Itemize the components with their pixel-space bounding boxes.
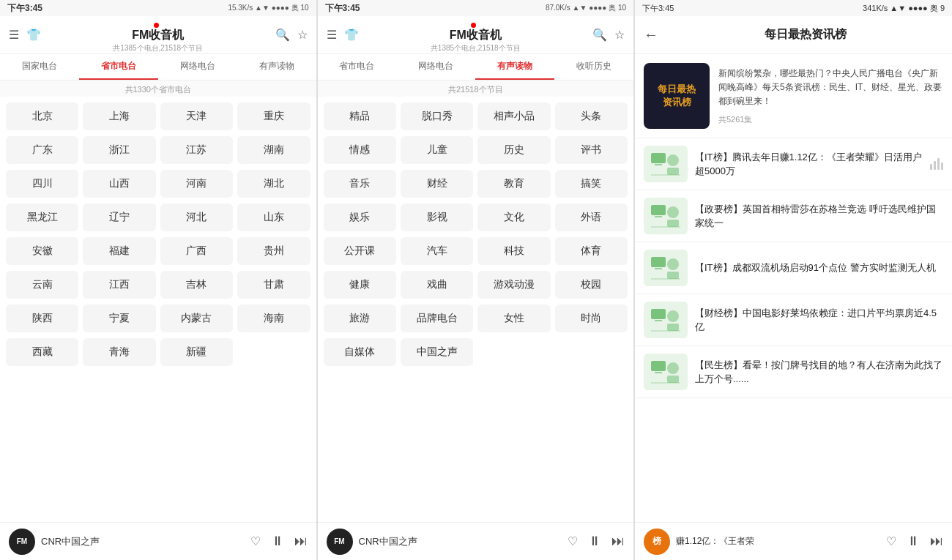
- grid-cell[interactable]: 公开课: [324, 237, 396, 265]
- grid-cell[interactable]: 精品: [324, 102, 396, 130]
- grid-cell[interactable]: 音乐: [324, 170, 396, 198]
- grid-cell[interactable]: 外语: [555, 204, 628, 231]
- grid-cell[interactable]: 中国之声: [401, 338, 473, 366]
- grid-cell[interactable]: 自媒体: [324, 338, 396, 366]
- grid-cell[interactable]: 甘肃: [237, 271, 310, 299]
- grid-cell[interactable]: 戏曲: [401, 271, 473, 299]
- grid-cell[interactable]: 江西: [83, 271, 155, 299]
- news-item[interactable]: 【IT榜】成都双流机场启动91个点位 警方实时监测无人机: [635, 242, 952, 294]
- news-item[interactable]: 【IT榜】腾讯去年日赚1.12亿：《王者荣耀》日活用户超5000万: [635, 138, 952, 190]
- grid-cell[interactable]: 科技: [477, 237, 550, 265]
- pause-icon-2[interactable]: ⏸: [588, 534, 601, 549]
- grid-cell[interactable]: 四川: [6, 170, 78, 198]
- back-button[interactable]: ←: [644, 26, 658, 43]
- grid-cell[interactable]: 江苏: [160, 136, 233, 164]
- grid-cell[interactable]: 贵州: [237, 237, 310, 265]
- grid-cell[interactable]: 辽宁: [83, 204, 155, 231]
- nav-tabs-1: 国家电台 省市电台 网络电台 有声读物: [0, 54, 316, 81]
- star-icon-1[interactable]: ☆: [297, 28, 308, 42]
- grid-cell[interactable]: 黑龙江: [6, 204, 78, 231]
- news-item[interactable]: 【财经榜】中国电影好莱坞依赖症：进口片平均票房近4.5亿: [635, 294, 952, 346]
- tab-shengshi-1[interactable]: 省市电台: [79, 54, 158, 80]
- heart-icon-3[interactable]: ♡: [886, 534, 896, 548]
- grid-cell[interactable]: 头条: [555, 102, 628, 130]
- svg-rect-6: [655, 216, 662, 217]
- grid-cell[interactable]: 健康: [324, 271, 396, 299]
- grid-cell[interactable]: 福建: [83, 237, 155, 265]
- grid-cell[interactable]: 宁夏: [83, 305, 155, 332]
- grid-cell[interactable]: 安徽: [6, 237, 78, 265]
- grid-cell[interactable]: 儿童: [401, 136, 473, 164]
- tab-yousheng-1[interactable]: 有声读物: [237, 54, 316, 80]
- search-icon-1[interactable]: 🔍: [275, 28, 290, 42]
- hero-count: 共5261集: [718, 114, 943, 125]
- grid-cell[interactable]: 品牌电台: [401, 305, 473, 332]
- search-icon-2[interactable]: 🔍: [592, 28, 607, 42]
- pause-icon-3[interactable]: ⏸: [907, 534, 920, 549]
- grid-cell[interactable]: 新疆: [160, 338, 233, 366]
- grid-cell[interactable]: 湖南: [237, 136, 310, 164]
- grid-cell[interactable]: 海南: [237, 305, 310, 332]
- tab-wangluo-1[interactable]: 网络电台: [158, 54, 237, 80]
- grid-cell[interactable]: 女性: [477, 305, 550, 332]
- grid-cell[interactable]: 体育: [555, 237, 628, 265]
- tab-history-2[interactable]: 收听历史: [554, 54, 633, 80]
- shirt-icon-1[interactable]: 👕: [26, 28, 41, 42]
- star-icon-2[interactable]: ☆: [614, 28, 625, 42]
- grid-cell[interactable]: 教育: [477, 170, 550, 198]
- header-center-2: FM收音机 共1385个电台,21518个节目: [431, 17, 521, 53]
- grid-cell[interactable]: 搞笑: [555, 170, 628, 198]
- grid-cell[interactable]: 陕西: [6, 305, 78, 332]
- grid-cell[interactable]: 评书: [555, 136, 628, 164]
- player-left-1: FM CNR中国之声: [9, 529, 100, 555]
- grid-cell[interactable]: 相声小品: [477, 102, 550, 130]
- menu-icon-1[interactable]: ☰: [9, 28, 19, 42]
- grid-cell[interactable]: 河南: [160, 170, 233, 198]
- grid-cell[interactable]: 游戏动漫: [477, 271, 550, 299]
- grid-cell[interactable]: 吉林: [160, 271, 233, 299]
- grid-row: 情感儿童历史评书: [324, 136, 628, 164]
- grid-cell[interactable]: 旅游: [324, 305, 396, 332]
- player-controls-3: ♡ ⏸ ⏭: [886, 534, 943, 549]
- tab-guojia-1[interactable]: 国家电台: [0, 54, 79, 80]
- news-item[interactable]: 【民生榜】看晕！按门牌号找目的地？有人在济南为此找了上万个号......: [635, 346, 952, 398]
- player-left-3: 榜 赚1.12亿：《王者荣: [644, 529, 754, 555]
- grid-cell[interactable]: 财经: [401, 170, 473, 198]
- tab-shengshi-2[interactable]: 省市电台: [318, 54, 397, 80]
- tab-yousheng-2[interactable]: 有声读物: [475, 54, 554, 80]
- grid-cell[interactable]: 文化: [477, 204, 550, 231]
- grid-cell[interactable]: 山东: [237, 204, 310, 231]
- grid-cell[interactable]: 河北: [160, 204, 233, 231]
- grid-cell[interactable]: 娱乐: [324, 204, 396, 231]
- next-icon-1[interactable]: ⏭: [294, 534, 308, 549]
- grid-cell[interactable]: 情感: [324, 136, 396, 164]
- pause-icon-1[interactable]: ⏸: [271, 534, 284, 549]
- grid-cell[interactable]: 脱口秀: [401, 102, 473, 130]
- grid-cell[interactable]: 影视: [401, 204, 473, 231]
- news-item[interactable]: 【政要榜】英国首相特雷莎在苏格兰竞选 呼吁选民维护国家统一: [635, 190, 952, 242]
- grid-cell[interactable]: 青海: [83, 338, 155, 366]
- grid-cell[interactable]: 时尚: [555, 305, 628, 332]
- grid-cell[interactable]: 历史: [477, 136, 550, 164]
- grid-cell[interactable]: 上海: [83, 102, 155, 130]
- next-icon-3[interactable]: ⏭: [930, 534, 943, 549]
- grid-cell[interactable]: 浙江: [83, 136, 155, 164]
- next-icon-2[interactable]: ⏭: [611, 534, 625, 549]
- tab-wangluo-2[interactable]: 网络电台: [396, 54, 475, 80]
- grid-cell[interactable]: 广西: [160, 237, 233, 265]
- grid-cell[interactable]: 汽车: [401, 237, 473, 265]
- heart-icon-2[interactable]: ♡: [568, 534, 578, 548]
- menu-icon-2[interactable]: ☰: [327, 28, 337, 42]
- grid-cell[interactable]: 云南: [6, 271, 78, 299]
- grid-cell[interactable]: 湖北: [237, 170, 310, 198]
- grid-cell[interactable]: 重庆: [237, 102, 310, 130]
- grid-cell[interactable]: 天津: [160, 102, 233, 130]
- heart-icon-1[interactable]: ♡: [250, 534, 261, 548]
- shirt-icon-2[interactable]: 👕: [344, 28, 359, 42]
- grid-cell[interactable]: 北京: [6, 102, 78, 130]
- grid-cell[interactable]: 校园: [555, 271, 628, 299]
- grid-cell[interactable]: 西藏: [6, 338, 78, 366]
- grid-cell[interactable]: 内蒙古: [160, 305, 233, 332]
- grid-cell[interactable]: 山西: [83, 170, 155, 198]
- grid-cell[interactable]: 广东: [6, 136, 78, 164]
